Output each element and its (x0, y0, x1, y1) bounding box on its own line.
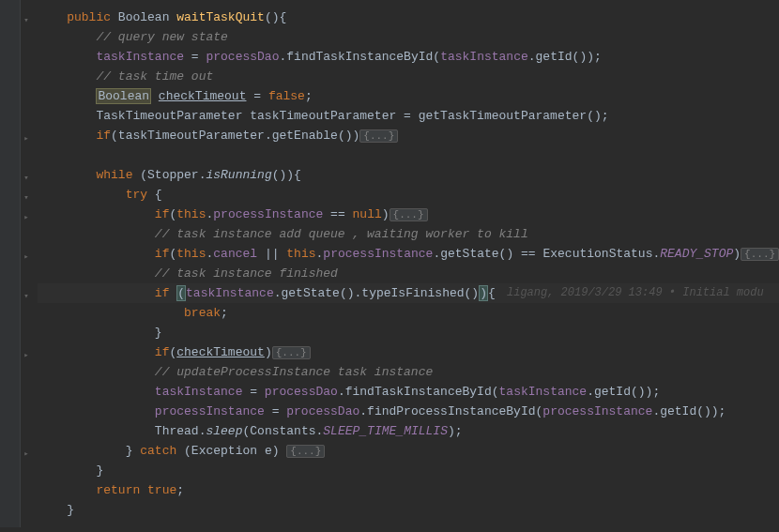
fold-marker-icon[interactable]: ▾ (21, 11, 32, 23)
field: taskInstance (440, 50, 528, 64)
fold-ellipsis[interactable]: {...} (390, 208, 428, 221)
code-line[interactable]: // task instance add queue , waiting wor… (38, 224, 779, 244)
fold-ellipsis[interactable]: {...} (741, 248, 779, 261)
code-line[interactable]: ▸ if(this.processInstance == null){...} (38, 205, 779, 224)
code-line[interactable]: } (38, 461, 779, 480)
punct: . (359, 404, 367, 418)
fold-ellipsis[interactable]: {...} (286, 445, 325, 458)
code-line[interactable]: ▸ } catch (Exception e) {...} (38, 441, 779, 461)
punct: ) (382, 207, 390, 221)
punct: . (265, 129, 272, 143)
keyword: if (155, 247, 170, 261)
keyword-this: this (286, 247, 315, 261)
keyword-this: this (176, 207, 206, 221)
comment: // updateProcessInstance task instance (155, 365, 433, 379)
punct: ()); (696, 404, 726, 418)
punct: ()) (338, 129, 359, 143)
punct: ) (265, 345, 272, 359)
punct: ( (132, 168, 147, 182)
field: processDao (265, 385, 338, 399)
punct: ; (221, 306, 228, 320)
fold-marker-icon[interactable]: ▸ (21, 129, 32, 141)
vcs-annotation: ligang, 2019/3/29 13:49 • Initial modu (507, 283, 764, 303)
fold-ellipsis[interactable]: {...} (359, 129, 398, 143)
code-line[interactable]: ▾ public Boolean waitTaskQuit(){ (38, 8, 779, 27)
method-call: getState (282, 286, 340, 300)
code-line[interactable]: taskInstance = processDao.findTaskInstan… (38, 382, 779, 402)
code-line[interactable]: taskInstance = processDao.findTaskInstan… (38, 47, 779, 67)
field: processInstance (542, 404, 652, 418)
code-area[interactable]: ▾ public Boolean waitTaskQuit(){ // quer… (21, 8, 779, 520)
code-line[interactable]: ▸ if(checkTimeout){...} (38, 342, 779, 362)
code-line[interactable]: // query new state (38, 27, 779, 47)
punct: } (96, 464, 103, 478)
code-line[interactable]: TaskTimeoutParameter taskTimeoutParamete… (38, 106, 779, 126)
field: processDao (206, 50, 279, 64)
method-call: findTaskInstanceById (345, 385, 492, 399)
fold-ellipsis[interactable]: {...} (272, 346, 311, 359)
code-line[interactable]: break; (38, 303, 779, 323)
fold-marker-icon[interactable]: ▾ (21, 169, 32, 180)
punct: ( (111, 129, 118, 143)
fold-marker-icon[interactable]: ▸ (21, 248, 32, 259)
bracket-highlight: ( (176, 285, 186, 301)
code-line-empty[interactable] (38, 145, 779, 165)
punct: () (465, 286, 480, 300)
code-line[interactable]: processInstance = processDao.findProcess… (38, 402, 779, 421)
op: = (396, 109, 418, 123)
keyword: catch (140, 444, 176, 458)
var-ref: checkTimeout (176, 345, 265, 359)
punct: ; (305, 89, 313, 103)
punct: ) (733, 247, 741, 261)
class-ref: Stopper (147, 168, 199, 182)
code-line[interactable]: } (38, 323, 779, 342)
type: Exception (191, 444, 265, 458)
code-line[interactable]: // task time out (38, 67, 779, 86)
type: Boolean (118, 10, 170, 24)
punct: (). (340, 286, 361, 300)
field: processInstance (213, 207, 323, 221)
method-call: getTaskTimeoutParameter (419, 109, 587, 123)
op: = (184, 50, 206, 64)
code-line[interactable]: ▾ try { (38, 185, 779, 205)
method-call: getState (440, 247, 498, 261)
comment: // task time out (96, 69, 213, 84)
fold-marker-icon[interactable]: ▸ (21, 445, 32, 456)
punct: ; (176, 483, 184, 497)
code-editor[interactable]: ▾ public Boolean waitTaskQuit(){ // quer… (0, 0, 779, 527)
var: taskTimeoutParameter (118, 129, 265, 143)
code-line[interactable]: // updateProcessInstance task instance (38, 362, 779, 382)
type: TaskTimeoutParameter (96, 109, 250, 123)
punct: ); (448, 424, 463, 438)
code-line[interactable]: } (38, 500, 779, 520)
code-line[interactable]: return true; (38, 480, 779, 500)
field: processInstance (323, 247, 433, 261)
code-line-current[interactable]: ▾ if (taskInstance.getState().typeIsFini… (38, 283, 779, 303)
code-line[interactable]: ▸ if(taskTimeoutParameter.getEnable()){.… (38, 126, 779, 145)
code-line[interactable]: Thread.sleep(Constants.SLEEP_TIME_MILLIS… (38, 421, 779, 441)
fold-marker-icon[interactable]: ▾ (21, 287, 32, 298)
punct: () == (499, 247, 543, 261)
comment: // task instance add queue , waiting wor… (155, 227, 528, 241)
keyword: if (155, 207, 170, 221)
op: = (242, 385, 264, 399)
field: taskInstance (499, 385, 588, 399)
keyword: if (155, 345, 170, 359)
code-line[interactable]: ▸ if(this.cancel || this.processInstance… (38, 244, 779, 264)
fold-marker-icon[interactable]: ▸ (21, 208, 32, 220)
op: = (246, 89, 267, 103)
keyword: if (96, 129, 111, 143)
type-boxed: Boolean (96, 88, 151, 104)
punct: . (274, 286, 282, 300)
keyword: if (155, 286, 170, 300)
code-line[interactable]: // task instance finished (38, 264, 779, 283)
field: processInstance (155, 404, 265, 418)
keyword: return (96, 483, 147, 497)
method-call: findProcessInstanceById (367, 404, 535, 418)
fold-marker-icon[interactable]: ▸ (21, 346, 32, 357)
code-line[interactable]: Boolean checkTimeout = false; (38, 86, 779, 106)
code-line[interactable]: ▾ while (Stopper.isRunning()){ (38, 165, 779, 185)
editor-gutter (0, 0, 21, 527)
fold-marker-icon[interactable]: ▾ (21, 189, 32, 200)
field: taskInstance (186, 286, 274, 300)
